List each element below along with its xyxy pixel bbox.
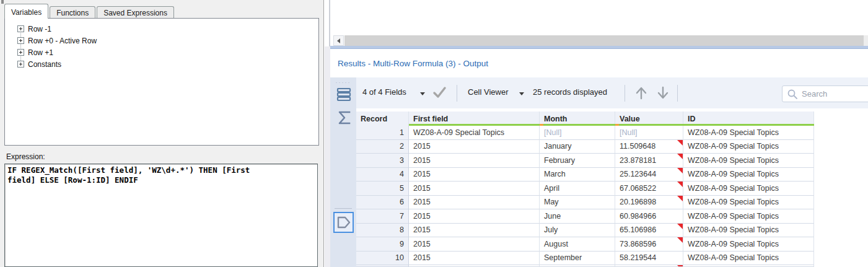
- tab-variables[interactable]: Variables: [4, 4, 48, 19]
- cell-record[interactable]: 10: [356, 252, 409, 266]
- records-displayed-text: 25 records displayed: [533, 87, 607, 97]
- search-placeholder: Search: [802, 89, 827, 98]
- fields-dropdown[interactable]: 4 of 4 Fields: [362, 87, 406, 97]
- alteryx-designer-view: Variables Functions Saved Expressions Ro…: [0, 0, 868, 267]
- cell-id[interactable]: WZ08-A-09 Special Topics: [683, 154, 814, 168]
- results-icon-strip: ·····: [330, 77, 356, 267]
- cell-first_field[interactable]: 2015: [409, 168, 540, 182]
- tab-functions[interactable]: Functions: [50, 6, 95, 19]
- grip-dots[interactable]: ·····: [330, 79, 356, 85]
- cell-record[interactable]: 8: [356, 224, 409, 238]
- cell-month[interactable]: May: [540, 196, 615, 210]
- cell-value[interactable]: 23.878181: [615, 154, 683, 168]
- results-panel: Results - Multi-Row Formula (3) - Output…: [330, 0, 868, 267]
- cell-id[interactable]: WZ08-A-09 Special Topics: [683, 224, 814, 238]
- cell-month[interactable]: August: [540, 237, 615, 252]
- expression-editor[interactable]: IF REGEX_Match([First field], 'WZ\d+.*')…: [4, 164, 318, 267]
- cell-id[interactable]: WZ08-A-09 Special Topics: [683, 196, 814, 210]
- tree-item-label: Row +0 - Active Row: [28, 37, 97, 45]
- cell-first_field[interactable]: 2015: [409, 154, 540, 168]
- cell-record[interactable]: 6: [356, 196, 409, 210]
- expression-label: Expression:: [6, 152, 45, 161]
- cell-value[interactable]: 67.068522: [615, 182, 683, 196]
- results-toolbar: 4 of 4 Fields Cell Viewer 25 records dis…: [356, 77, 868, 108]
- variables-tab-bar: Variables Functions Saved Expressions: [4, 3, 175, 19]
- cell-id[interactable]: WZ08-A-09 Special Topics: [683, 209, 814, 224]
- cell-value[interactable]: 58.219544: [615, 252, 683, 266]
- cell-record[interactable]: 7: [356, 209, 409, 224]
- expand-plus-icon[interactable]: [17, 61, 24, 68]
- cell-value[interactable]: 11.509648: [615, 140, 683, 154]
- cell-month[interactable]: September: [540, 252, 615, 266]
- cell-flag-icon: [677, 154, 683, 159]
- up-arrow-icon[interactable]: [633, 85, 649, 103]
- cell-first_field[interactable]: 2015: [409, 182, 540, 196]
- toolbar-separator: [625, 85, 625, 102]
- cell-month[interactable]: April: [540, 182, 615, 196]
- cell-id[interactable]: WZ08-A-09 Special Topics: [683, 168, 814, 182]
- cell-id[interactable]: WZ08-A-09 Special Topics: [683, 237, 814, 252]
- cell-month[interactable]: January: [540, 140, 615, 154]
- cell-viewer-dropdown[interactable]: Cell Viewer: [468, 87, 509, 97]
- tree-item-row-active[interactable]: Row +0 - Active Row: [5, 35, 318, 46]
- cell-first_field[interactable]: 2015: [409, 237, 540, 252]
- variables-tree: Row -1 Row +0 - Active Row Row +1 Consta…: [4, 18, 319, 146]
- cell-id[interactable]: WZ08-A-09 Special Topics: [683, 126, 814, 140]
- table-row: 92015August73.868596WZ08-A-09 Special To…: [356, 237, 814, 252]
- cell-id[interactable]: WZ08-A-09 Special Topics: [683, 252, 814, 266]
- table-row: 82015July65.106986WZ08-A-09 Special Topi…: [356, 224, 814, 238]
- results-title: Results - Multi-Row Formula (3) - Output: [338, 59, 488, 68]
- table-row: 1WZ08-A-09 Special Topics[Null][Null]WZ0…: [356, 126, 814, 140]
- cell-value[interactable]: 25.123644: [615, 168, 683, 182]
- column-header-record[interactable]: Record: [356, 112, 409, 126]
- tree-item-constants[interactable]: Constants: [5, 58, 318, 70]
- expand-plus-icon[interactable]: [17, 37, 24, 44]
- cell-id[interactable]: WZ08-A-09 Special Topics: [683, 182, 814, 196]
- cell-month[interactable]: [Null]: [540, 126, 615, 140]
- table-row: 72015June60.984966WZ08-A-09 Special Topi…: [356, 209, 814, 224]
- cell-value[interactable]: 20.196898: [615, 196, 683, 210]
- down-arrow-icon[interactable]: [655, 85, 671, 103]
- cell-record[interactable]: 4: [356, 168, 409, 182]
- data-view-toggle-selected[interactable]: [333, 212, 354, 233]
- cell-month[interactable]: March: [540, 168, 615, 182]
- scrollbar-track[interactable]: [344, 35, 868, 46]
- cell-value[interactable]: 73.868596: [615, 237, 683, 252]
- search-input[interactable]: Search: [782, 85, 868, 102]
- cell-month[interactable]: July: [540, 224, 615, 238]
- cell-month[interactable]: February: [540, 154, 615, 168]
- cell-first_field[interactable]: 2015: [409, 196, 540, 210]
- cell-first_field[interactable]: 2015: [409, 140, 540, 154]
- tree-item-row-minus-1[interactable]: Row -1: [5, 23, 318, 35]
- tree-item-row-plus-1[interactable]: Row +1: [5, 46, 318, 58]
- chevron-down-icon[interactable]: [420, 92, 425, 95]
- tab-saved-expressions[interactable]: Saved Expressions: [97, 6, 174, 19]
- cell-value[interactable]: 65.106986: [615, 224, 683, 238]
- scrollbar-thumb[interactable]: [344, 35, 864, 46]
- sigma-metadata-icon[interactable]: [336, 110, 352, 126]
- cell-record[interactable]: 2: [356, 140, 409, 154]
- tree-item-label: Row +1: [28, 48, 53, 57]
- cell-value[interactable]: 60.984966: [615, 209, 683, 224]
- formula-config-panel: Variables Functions Saved Expressions Ro…: [0, 0, 324, 267]
- cell-first_field[interactable]: 2015: [409, 209, 540, 224]
- cell-record[interactable]: 5: [356, 182, 409, 196]
- scroll-left-button[interactable]: [333, 35, 344, 46]
- cell-first_field[interactable]: 2015: [409, 252, 540, 266]
- cell-record[interactable]: 9: [356, 237, 409, 252]
- expand-plus-icon[interactable]: [17, 25, 24, 32]
- cell-record[interactable]: 3: [356, 154, 409, 168]
- chevron-down-icon[interactable]: [519, 92, 524, 95]
- cell-first_field[interactable]: 2015: [409, 224, 540, 238]
- rows-icon[interactable]: [336, 86, 352, 102]
- tree-item-label: Constants: [28, 60, 61, 69]
- cell-first_field[interactable]: WZ08-A-09 Special Topics: [409, 126, 540, 140]
- cell-record[interactable]: 1: [356, 126, 409, 140]
- check-icon[interactable]: [432, 85, 447, 102]
- cell-id[interactable]: WZ08-A-09 Special Topics: [683, 140, 814, 154]
- expand-plus-icon[interactable]: [17, 49, 24, 56]
- cell-month[interactable]: June: [540, 209, 615, 224]
- scroll-left-icon: [337, 38, 340, 43]
- horizontal-scrollbar[interactable]: [333, 35, 868, 46]
- cell-value[interactable]: [Null]: [615, 126, 683, 140]
